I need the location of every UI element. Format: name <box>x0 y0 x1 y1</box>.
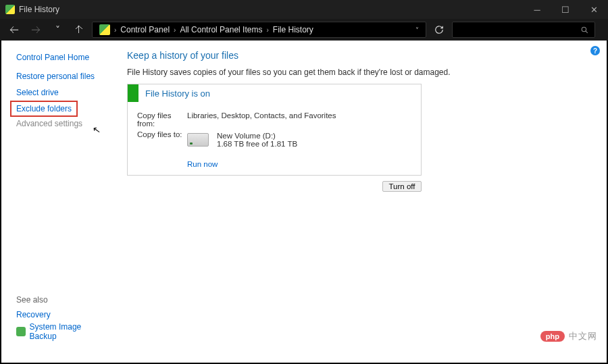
page-description: File History saves copies of your files … <box>127 68 594 77</box>
status-title: File History is on <box>138 88 210 99</box>
address-bar[interactable]: › Control Panel › All Control Panel Item… <box>92 22 426 38</box>
see-also-label: See also <box>16 295 108 305</box>
sidebar-link-recovery[interactable]: Recovery <box>16 310 108 319</box>
content-area: Control Panel Home Restore personal file… <box>1 41 607 363</box>
chevron-right-icon: › <box>174 26 176 34</box>
sidebar-link-select-drive[interactable]: Select drive <box>16 88 59 97</box>
drive-icon <box>187 133 209 147</box>
status-box: File History is on Copy files from: Libr… <box>127 84 422 176</box>
shield-icon <box>16 327 26 336</box>
nav-bar: 🡠 🡢 ˅ 🡡 › Control Panel › All Control Pa… <box>0 19 608 41</box>
search-input[interactable] <box>452 22 595 38</box>
search-icon <box>580 26 589 34</box>
location-icon <box>99 24 110 35</box>
sidebar-link-restore[interactable]: Restore personal files <box>16 72 95 81</box>
turn-off-button[interactable]: Turn off <box>382 181 422 192</box>
sidebar-link-exclude-folders[interactable]: Exclude folders <box>14 104 74 113</box>
window-title: File History <box>19 5 59 14</box>
crumb-control-panel[interactable]: Control Panel <box>120 25 170 34</box>
forward-button[interactable]: 🡢 <box>27 21 45 38</box>
sidebar-link-system-image-backup[interactable]: System Image Backup <box>16 322 108 341</box>
crumb-all-items[interactable]: All Control Panel Items <box>180 25 262 34</box>
copy-to-label: Copy files to: <box>137 130 187 148</box>
watermark: php 中文网 <box>540 330 597 342</box>
copy-from-value: Libraries, Desktop, Contacts, and Favori… <box>187 111 336 128</box>
address-dropdown-icon[interactable]: ˅ <box>413 26 422 34</box>
copy-from-label: Copy files from: <box>137 111 187 128</box>
app-icon <box>5 5 15 14</box>
recent-dropdown-icon[interactable]: ˅ <box>49 21 66 38</box>
crumb-file-history[interactable]: File History <box>273 25 313 34</box>
svg-point-0 <box>582 27 586 32</box>
close-button[interactable]: ✕ <box>580 0 608 19</box>
refresh-button[interactable] <box>430 22 448 38</box>
minimize-button[interactable]: ─ <box>523 0 551 19</box>
maximize-button[interactable]: ☐ <box>551 0 580 19</box>
sidebar-link-advanced[interactable]: Advanced settings <box>16 119 82 128</box>
sidebar: Control Panel Home Restore personal file… <box>1 41 115 363</box>
back-button[interactable]: 🡠 <box>5 21 23 38</box>
watermark-text: 中文网 <box>569 330 597 342</box>
status-indicator-icon <box>128 84 138 102</box>
drive-free: 1.68 TB free of 1.81 TB <box>217 140 297 148</box>
svg-line-1 <box>586 30 588 32</box>
help-icon[interactable]: ? <box>590 46 600 55</box>
page-title: Keep a history of your files <box>127 50 594 61</box>
window-controls: ─ ☐ ✕ <box>523 0 608 19</box>
watermark-badge: php <box>540 331 565 342</box>
drive-name: New Volume (D:) <box>217 132 297 140</box>
title-bar: File History ─ ☐ ✕ <box>0 0 608 19</box>
main-panel: ? Keep a history of your files File Hist… <box>115 41 607 363</box>
up-button[interactable]: 🡡 <box>70 21 88 38</box>
chevron-right-icon: › <box>266 26 268 34</box>
sidebar-home-link[interactable]: Control Panel Home <box>16 53 108 62</box>
chevron-right-icon: › <box>114 26 116 34</box>
run-now-link[interactable]: Run now <box>187 160 411 168</box>
